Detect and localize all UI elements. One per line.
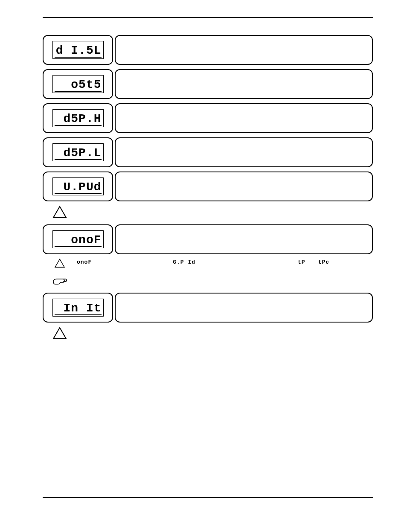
lcd-display: d5P.L <box>52 143 104 161</box>
inline-code: onoF <box>77 259 92 266</box>
param-row: In It <box>43 293 373 323</box>
lcd-underline <box>55 91 102 92</box>
lcd-underline <box>55 193 102 194</box>
lcd-display: o5t5 <box>52 75 104 93</box>
lcd-display: onoF <box>52 230 104 248</box>
lcd-underline <box>55 57 102 58</box>
param-row: d5P.H <box>43 103 373 133</box>
description-box <box>115 293 373 323</box>
note-text: onoF G.P Id tP tPc <box>68 259 373 266</box>
inline-code: G.P Id <box>173 259 195 266</box>
top-rule <box>43 17 373 18</box>
param-row: U.PUd <box>43 172 373 201</box>
warning-note <box>51 327 373 340</box>
warning-note: onoF G.P Id tP tPc <box>51 259 373 270</box>
lcd-frame: d5P.L <box>43 137 113 167</box>
param-row: o5t5 <box>43 69 373 99</box>
inline-code: tPc <box>318 259 329 266</box>
warning-triangle-icon <box>51 206 68 218</box>
inline-code: tP <box>298 259 305 266</box>
warning-triangle-icon <box>51 327 68 340</box>
bottom-rule <box>43 497 373 498</box>
reference-note <box>51 276 373 287</box>
lcd-underline <box>55 314 102 315</box>
lcd-display: In It <box>52 299 104 317</box>
lcd-underline <box>55 125 102 126</box>
warning-note <box>51 206 373 218</box>
lcd-display: U.PUd <box>52 177 104 195</box>
description-box <box>115 224 373 254</box>
description-box <box>115 35 373 65</box>
description-box <box>115 103 373 133</box>
lcd-frame: d I.5L <box>43 35 113 65</box>
description-box <box>115 137 373 167</box>
param-row: d5P.L <box>43 137 373 167</box>
warning-triangle-icon <box>51 259 68 268</box>
lcd-frame: o5t5 <box>43 69 113 99</box>
svg-marker-0 <box>53 206 66 218</box>
param-row: onoF <box>43 224 373 254</box>
description-box <box>115 172 373 201</box>
pointing-hand-icon <box>51 276 68 286</box>
lcd-underline <box>55 246 102 247</box>
lcd-display: d I.5L <box>52 41 104 59</box>
lcd-frame: onoF <box>43 224 113 254</box>
description-box <box>115 69 373 99</box>
param-row: d I.5L <box>43 35 373 65</box>
manual-page: d I.5L o5t5 d5P.H d5P.L <box>0 0 407 532</box>
lcd-frame: In It <box>43 293 113 323</box>
lcd-frame: U.PUd <box>43 172 113 201</box>
svg-marker-2 <box>53 328 66 339</box>
svg-marker-1 <box>55 259 64 267</box>
lcd-frame: d5P.H <box>43 103 113 133</box>
lcd-display: d5P.H <box>52 109 104 127</box>
lcd-underline <box>55 159 102 160</box>
